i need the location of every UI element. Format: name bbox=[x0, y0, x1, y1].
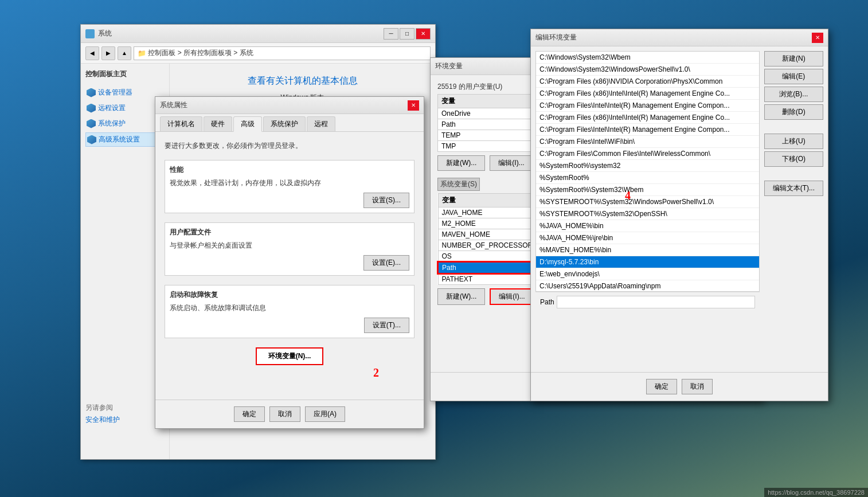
list-item[interactable]: C:\Program Files\Common Files\Intel\Wire… bbox=[536, 148, 759, 160]
envvar-button[interactable]: 环境变量(N)... bbox=[256, 347, 324, 365]
sys-edit-button[interactable]: 编辑(I)... bbox=[490, 288, 534, 305]
sysprop-ok-button[interactable]: 确定 bbox=[234, 406, 265, 422]
profile-title: 用户配置文件 bbox=[170, 228, 409, 237]
tab-advanced[interactable]: 高级 bbox=[233, 116, 262, 132]
forward-button[interactable]: ▶ bbox=[101, 46, 115, 60]
startup-desc: 系统启动、系统故障和调试信息 bbox=[170, 303, 409, 313]
editenv-path-list[interactable]: C:\Windows\System32\Wbem C:\Windows\Syst… bbox=[535, 51, 760, 292]
startup-settings-button[interactable]: 设置(T)... bbox=[364, 318, 409, 333]
sidebar-label-remote: 远程设置 bbox=[98, 103, 126, 113]
sysprop-cancel-button[interactable]: 取消 bbox=[269, 406, 300, 422]
sysprop-titlebar: 系统属性 ✕ bbox=[155, 97, 424, 114]
sysprop-tabs: 计算机名 硬件 高级 系统保护 远程 bbox=[155, 114, 424, 132]
editenv-side-buttons: 新建(N) 编辑(E) 浏览(B)... 删除(D) 上移(U) 下移(O) 编… bbox=[764, 51, 823, 312]
user-edit-button[interactable]: 编辑(I)... bbox=[490, 155, 533, 171]
cp-main-title: 查看有关计算机的基本信息 bbox=[181, 75, 424, 87]
sysprop-apply-button[interactable]: 应用(A) bbox=[305, 406, 345, 422]
list-item[interactable]: C:\Windows\System32\WindowsPowerShell\v1… bbox=[536, 64, 759, 76]
cp-title-icon bbox=[85, 29, 95, 38]
sysprop-close-button[interactable]: ✕ bbox=[408, 100, 419, 111]
list-item[interactable]: C:\Users\25519\AppData\Roaming\npm bbox=[536, 280, 759, 292]
list-item[interactable]: %SystemRoot%\system32 bbox=[536, 160, 759, 172]
editenv-up-button[interactable]: 上移(U) bbox=[764, 134, 823, 149]
tab-computer-name[interactable]: 计算机名 bbox=[160, 116, 202, 131]
editenv-ok-button[interactable]: 确定 bbox=[646, 379, 677, 394]
tab-remote[interactable]: 远程 bbox=[307, 116, 335, 131]
back-button[interactable]: ◀ bbox=[85, 46, 99, 60]
list-item[interactable]: %SYSTEMROOT%\System32\WindowsPowerShell\… bbox=[536, 196, 759, 208]
sidebar-label-protection: 系统保护 bbox=[98, 119, 126, 128]
sidebar-label-device: 设备管理器 bbox=[98, 88, 132, 97]
cp-maximize-button[interactable]: □ bbox=[400, 28, 415, 40]
shield-icon-3 bbox=[87, 119, 96, 128]
list-item[interactable]: %SystemRoot%\System32\Wbem bbox=[536, 184, 759, 196]
editenv-edit-button[interactable]: 编辑(E) bbox=[764, 69, 823, 84]
editenv-close-button[interactable]: ✕ bbox=[812, 33, 823, 43]
shield-icon-2 bbox=[87, 104, 96, 113]
cp-close-button[interactable]: ✕ bbox=[416, 28, 431, 40]
sidebar-item-advanced[interactable]: 高级系统设置 bbox=[85, 132, 165, 147]
perf-desc: 视觉效果，处理器计划，内存使用，以及虚拟内存 bbox=[170, 178, 409, 188]
editenv-new-button[interactable]: 新建(N) bbox=[764, 51, 823, 66]
profile-section: 用户配置文件 与登录帐户相关的桌面设置 设置(E)... bbox=[165, 222, 415, 276]
list-item[interactable]: C:\Program Files\Intel\Intel(R) Manageme… bbox=[536, 124, 759, 136]
list-item[interactable]: E:\web_env\nodejs\ bbox=[536, 268, 759, 280]
sys-vars-label: 系统变量(S) bbox=[437, 178, 480, 191]
list-item[interactable]: %SYSTEMROOT%\System32\OpenSSH\ bbox=[536, 208, 759, 220]
editenv-edittext-button[interactable]: 编辑文本(T)... bbox=[764, 181, 823, 196]
path-label: Path bbox=[540, 298, 554, 306]
list-item[interactable]: C:\Program Files (x86)\NVIDIA Corporatio… bbox=[536, 76, 759, 88]
nav-path-text: 控制面板 > 所有控制面板项 > 系统 bbox=[148, 48, 253, 58]
system-properties-dialog: 系统属性 ✕ 计算机名 硬件 高级 系统保护 远程 要进行大多数更改，你必须作为… bbox=[155, 96, 424, 429]
profile-desc: 与登录帐户相关的桌面设置 bbox=[170, 241, 409, 251]
tab-system-protection[interactable]: 系统保护 bbox=[263, 116, 306, 131]
editenv-title: 编辑环境变量 bbox=[535, 33, 808, 42]
profile-settings-button[interactable]: 设置(E)... bbox=[363, 255, 409, 271]
perf-title: 性能 bbox=[170, 165, 409, 175]
also-see-section: 另请参阅 安全和维护 bbox=[85, 403, 165, 425]
path-input-row: Path bbox=[535, 292, 760, 312]
sidebar-item-device-manager[interactable]: 设备管理器 bbox=[85, 86, 165, 99]
sysprop-footer: 确定 取消 应用(A) bbox=[155, 400, 424, 428]
list-item[interactable]: %JAVA_HOME%\jre\bin bbox=[536, 232, 759, 244]
sysprop-title: 系统属性 bbox=[160, 100, 404, 110]
list-item[interactable]: C:\Program Files (x86)\Intel\Intel(R) Ma… bbox=[536, 112, 759, 124]
up-button[interactable]: ▲ bbox=[118, 46, 131, 60]
sidebar-item-protection[interactable]: 系统保护 bbox=[85, 117, 165, 130]
editenv-browse-button[interactable]: 浏览(B)... bbox=[764, 87, 823, 102]
cp-nav-bar: ◀ ▶ ▲ 📁 控制面板 > 所有控制面板项 > 系统 bbox=[81, 43, 435, 64]
cp-titlebar: 系统 ─ □ ✕ bbox=[81, 25, 435, 43]
perf-settings-button[interactable]: 设置(S)... bbox=[363, 193, 409, 208]
list-item-selected[interactable]: D:\mysql-5.7.23\bin bbox=[536, 256, 759, 268]
editenv-cancel-button[interactable]: 取消 bbox=[682, 379, 713, 394]
path-input[interactable] bbox=[557, 296, 755, 308]
nav-path-bar: 📁 控制面板 > 所有控制面板项 > 系统 bbox=[134, 46, 431, 60]
also-see-title: 另请参阅 bbox=[85, 403, 165, 413]
cp-win-controls: ─ □ ✕ bbox=[384, 28, 431, 40]
shield-icon-1 bbox=[87, 88, 96, 97]
list-item[interactable]: %JAVA_HOME%\bin bbox=[536, 220, 759, 232]
safety-link[interactable]: 安全和维护 bbox=[85, 415, 165, 425]
list-item[interactable]: %MAVEN_HOME%\bin bbox=[536, 244, 759, 256]
editenv-list-container: C:\Windows\System32\Wbem C:\Windows\Syst… bbox=[535, 51, 760, 312]
list-item[interactable]: C:\Windows\System32\Wbem bbox=[536, 52, 759, 64]
startup-section: 启动和故障恢复 系统启动、系统故障和调试信息 2 设置(T)... bbox=[165, 285, 415, 338]
edit-env-dialog: 编辑环境变量 ✕ C:\Windows\System32\Wbem C:\Win… bbox=[530, 29, 828, 401]
url-bar: https://blog.csdn.net/qq_38697228 bbox=[764, 488, 868, 497]
envvar-btn-container: 环境变量(N)... bbox=[165, 347, 415, 365]
list-item[interactable]: C:\Program Files\Intel\WiFi\bin\ bbox=[536, 136, 759, 148]
sys-new-button[interactable]: 新建(W)... bbox=[437, 288, 485, 305]
user-new-button[interactable]: 新建(W)... bbox=[437, 155, 485, 171]
perf-section: 性能 视觉效果，处理器计划，内存使用，以及虚拟内存 设置(S)... bbox=[165, 160, 415, 213]
list-item[interactable]: C:\Program Files\Intel\Intel(R) Manageme… bbox=[536, 100, 759, 112]
list-item[interactable]: C:\Program Files (x86)\Intel\Intel(R) Ma… bbox=[536, 88, 759, 100]
shield-icon-4 bbox=[87, 135, 96, 144]
sysprop-body: 要进行大多数更改，你必须作为管理员登录。 性能 视觉效果，处理器计划，内存使用，… bbox=[155, 132, 424, 374]
tab-hardware[interactable]: 硬件 bbox=[204, 116, 232, 131]
editenv-titlebar: 编辑环境变量 ✕ bbox=[531, 29, 828, 46]
sidebar-item-remote[interactable]: 远程设置 bbox=[85, 101, 165, 115]
editenv-down-button[interactable]: 下移(O) bbox=[764, 151, 823, 167]
cp-minimize-button[interactable]: ─ bbox=[384, 28, 398, 40]
list-item[interactable]: %SystemRoot% bbox=[536, 172, 759, 184]
editenv-delete-button[interactable]: 删除(D) bbox=[764, 104, 823, 120]
